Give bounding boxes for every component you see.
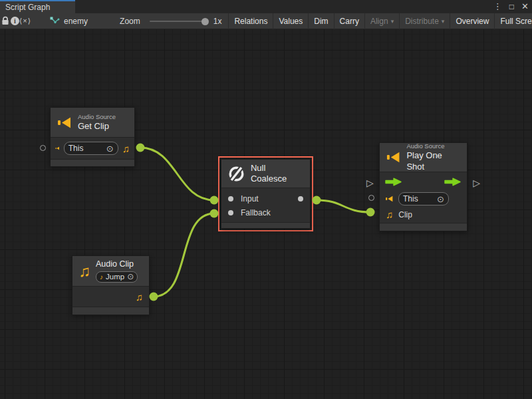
window-controls: ⋮ □ ✕ [493,0,529,13]
node-get-clip[interactable]: Audio Source Get Clip This ⊙ ♫ [50,107,135,167]
distribute-dropdown[interactable]: Distribute ▾ [399,13,450,29]
audio-source-icon [386,150,401,164]
target-row: This ⊙ [380,191,467,207]
align-dropdown[interactable]: Align ▾ [364,13,399,29]
node-category: Audio Source [78,113,116,121]
audio-source-icon [55,144,60,152]
node-title: Null Coalesce [251,163,304,185]
node-header: ♫ Audio Clip ♪ Jump ⊙ [72,256,149,287]
port-label: Clip [398,210,412,219]
input-port-row: Input [221,192,310,205]
zoom-value: 1x [213,17,222,26]
tab-bar: Script Graph ⋮ □ ✕ [0,0,532,13]
lock-button[interactable] [0,13,11,29]
input-port[interactable] [228,196,233,201]
control-output-port[interactable]: ▷ [473,178,480,188]
node-footer [380,223,467,231]
node-footer [51,159,134,166]
music-note-icon: ♫ [122,143,130,154]
null-coalesce-icon [227,165,245,183]
music-note-icon: ♪ [100,273,103,281]
node-header: Audio Source Play One Shot [380,143,467,172]
chevron-down-icon: ▾ [391,18,394,25]
result-port[interactable] [298,196,303,201]
port-label: Fallback [241,208,271,217]
node-header: Null Coalesce [221,160,310,188]
graph-icon [50,17,60,25]
zoom-slider[interactable] [150,21,208,22]
relations-button[interactable]: Relations [228,13,273,29]
node-output-row: ♫ [72,287,149,307]
zoom-slider-handle[interactable] [201,18,209,25]
zoom-label: Zoom [120,17,140,26]
chevron-down-icon: ▾ [442,18,445,25]
graph-name: enemy [64,17,88,26]
carry-button[interactable]: Carry [334,13,364,29]
menu-icon[interactable]: ⋮ [493,0,502,13]
this-object-field[interactable]: This ⊙ [398,192,449,205]
flow-arrow-icon [385,178,402,186]
object-picker-icon[interactable]: ⊙ [437,195,444,203]
info-button[interactable]: i [11,13,19,29]
node-ports: Input Fallback [221,188,310,219]
tab-script-graph[interactable]: Script Graph [0,0,75,13]
variable-field[interactable]: ♪ Jump ⊙ [96,271,138,283]
control-flow-row [380,172,467,191]
dim-button[interactable]: Dim [308,13,333,29]
fallback-port[interactable] [228,210,233,215]
info-icon: i [11,17,19,25]
value-input-port[interactable] [40,145,46,151]
tab-label: Script Graph [5,3,50,12]
port-label: Input [241,194,259,203]
node-category: Audio Source [406,142,461,150]
object-picker-icon[interactable]: ⊙ [106,144,114,153]
control-input-port[interactable]: ▷ [366,178,374,188]
node-footer [72,307,149,315]
overview-button[interactable]: Overview [450,13,494,29]
value-input-port[interactable] [368,195,374,201]
node-title: Get Clip [78,121,116,132]
music-note-icon: ♫ [78,262,90,281]
variable-name: Jump [106,273,124,281]
object-picker-icon[interactable]: ⊙ [127,273,134,281]
embed-graph-button[interactable]: ⟨×⟩ [19,13,31,29]
maximize-icon[interactable]: □ [509,0,514,13]
selection-outline: Null Coalesce Input Fallback [218,156,313,231]
values-button[interactable]: Values [273,13,308,29]
graph-toolbar: i ⟨×⟩ enemy Zoom 1x Relations [0,13,532,29]
lock-icon [0,16,11,26]
graph-breadcrumb[interactable]: enemy [31,17,96,26]
clip-row: ♫ Clip [380,207,467,222]
audio-source-icon [385,195,394,203]
node-play-one-shot[interactable]: ▷ ▷ Audio Source Play One Shot [379,142,467,231]
close-icon[interactable]: ✕ [521,0,529,13]
node-ports-row: This ⊙ ♫ [51,138,134,159]
music-note-icon: ♫ [136,291,143,303]
flow-arrow-icon [444,178,462,186]
node-title: Play One Shot [406,150,461,172]
script-graph-window: Script Graph ⋮ □ ✕ i ⟨×⟩ [0,0,532,399]
zoom-control: Zoom 1x [120,17,228,26]
fullscreen-button[interactable]: Full Screen [494,13,532,29]
this-object-field[interactable]: This ⊙ [64,142,118,155]
node-null-coalesce[interactable]: Null Coalesce Input Fallback [221,159,311,229]
audio-source-icon [57,116,72,130]
node-footer [221,222,310,228]
node-header: Audio Source Get Clip [51,108,134,138]
code-icon: ⟨×⟩ [19,17,31,25]
music-note-icon: ♫ [386,209,393,220]
node-audio-clip-variable[interactable]: ♫ Audio Clip ♪ Jump ⊙ ♫ [72,255,150,315]
node-title: Audio Clip [96,259,138,270]
fallback-port-row: Fallback [221,205,310,219]
